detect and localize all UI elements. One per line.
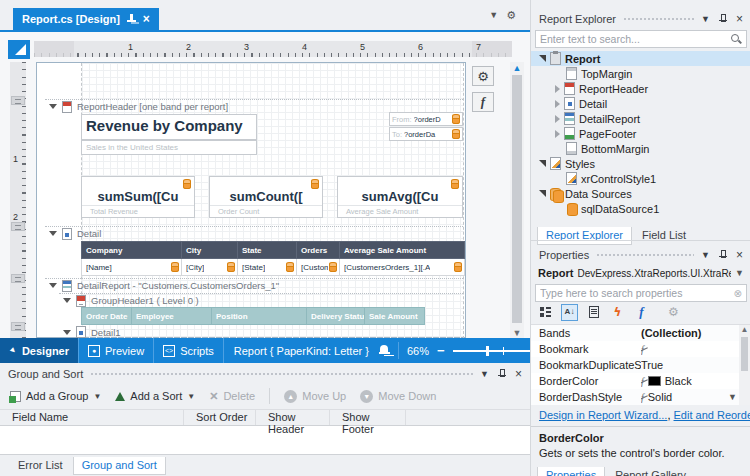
tree-item-data-sources[interactable]: Data Sources: [531, 186, 750, 201]
band-caption-detail[interactable]: Detail: [45, 226, 463, 240]
edit-and-reorder-link[interactable]: Edit and Reorder: [674, 409, 750, 421]
collapse-arrow-icon[interactable]: [555, 130, 560, 138]
property-row-bordercolor[interactable]: BorderColor fBlack: [531, 373, 750, 389]
band-splitter-handle[interactable]: [11, 322, 25, 331]
tree-item-topmargin[interactable]: TopMargin: [531, 66, 750, 81]
orders-table-header-row[interactable]: Order Date Employee Position Delivery St…: [82, 308, 425, 325]
pin-icon[interactable]: [127, 14, 136, 24]
tab-report-gallery[interactable]: Report Gallery: [607, 467, 694, 476]
chevron-down-icon[interactable]: ▼: [728, 392, 737, 402]
scroll-down-icon[interactable]: ▼: [510, 328, 524, 338]
header-cell[interactable]: City: [182, 242, 238, 259]
summary-box-total-revenue[interactable]: sumSum([Cu Total Revenue: [81, 176, 195, 218]
collapse-arrow-icon[interactable]: [49, 231, 57, 236]
summary-box-order-count[interactable]: sumCount([ Order Count: [209, 176, 323, 218]
move-down-button[interactable]: ▼ Move Down: [360, 390, 436, 403]
notifications-bell-icon[interactable]: [379, 345, 390, 356]
header-cell[interactable]: Orders: [297, 242, 340, 259]
data-cell[interactable]: [CustomersOrders_1][.A: [340, 259, 465, 276]
collapse-arrow-icon[interactable]: [63, 330, 71, 335]
designer-vertical-scrollbar[interactable]: ▲ ▼: [510, 62, 524, 338]
add-sort-button[interactable]: Add a Sort ▼: [115, 390, 195, 402]
tree-item-styles[interactable]: Styles: [531, 156, 750, 171]
expand-arrow-icon[interactable]: [539, 190, 546, 197]
property-row-bands[interactable]: Bands (Collection): [531, 325, 750, 341]
report-subtitle-label[interactable]: Sales in the United States: [81, 140, 257, 155]
tree-item-reportheader[interactable]: ReportHeader: [531, 81, 750, 96]
explorer-search-input[interactable]: [536, 33, 730, 45]
tab-error-list[interactable]: Error List: [10, 457, 71, 474]
property-pages-button[interactable]: [585, 304, 602, 321]
explorer-search-box[interactable]: [535, 30, 747, 48]
band-splitter-handle[interactable]: [11, 222, 25, 231]
summary-box-average-sale[interactable]: sumAvg([Cu Average Sale Amount: [337, 176, 463, 218]
header-cell[interactable]: Employee: [132, 308, 212, 325]
chevron-down-icon[interactable]: ▼: [701, 15, 710, 24]
column-header-sort-order[interactable]: Sort Order: [184, 410, 256, 425]
data-cell[interactable]: [City]: [182, 259, 238, 276]
band-caption-detailreport[interactable]: DetailReport - "Customers.CustomersOrder…: [45, 278, 463, 292]
report-page[interactable]: ReportHeader [one band per report] Reven…: [36, 62, 466, 338]
orders-table[interactable]: Order Date Employee Position Delivery St…: [81, 307, 425, 325]
expand-arrow-icon[interactable]: [539, 55, 546, 62]
tab-scripts[interactable]: <> Scripts: [154, 338, 224, 363]
header-cell[interactable]: Average Sale Amount: [340, 242, 465, 259]
clear-search-icon[interactable]: ⊗: [734, 288, 742, 299]
expressions-button[interactable]: f: [633, 304, 650, 321]
expressions-button[interactable]: f: [472, 92, 494, 112]
scrollbar-thumb[interactable]: [741, 337, 748, 371]
tree-item-sqldatasource1[interactable]: sqlDataSource1: [531, 201, 750, 216]
zoom-slider-thumb[interactable]: [486, 346, 489, 356]
property-row-bookmark[interactable]: Bookmark f: [531, 341, 750, 357]
scroll-up-icon[interactable]: ▲: [510, 63, 524, 73]
pin-icon[interactable]: [719, 14, 727, 25]
header-cell[interactable]: Sale Amount: [365, 308, 425, 325]
property-row-borderdashstyle[interactable]: BorderDashStyle fSolid▼: [531, 389, 750, 405]
add-group-button[interactable]: Add a Group ▼: [10, 390, 101, 402]
tree-item-xrcontrolstyle1[interactable]: xrControlStyle1: [531, 171, 750, 186]
to-date-parameter-field[interactable]: To: ?orderDa: [389, 127, 463, 141]
design-in-report-wizard-link[interactable]: Design in Report Wizard...: [539, 409, 667, 421]
band-caption-reportheader[interactable]: ReportHeader [one band per report]: [45, 99, 463, 113]
chevron-down-icon[interactable]: ▼: [735, 269, 744, 278]
tab-designer[interactable]: ► Designer: [0, 338, 79, 363]
categorized-view-button[interactable]: [537, 304, 554, 321]
chevron-down-icon[interactable]: ▼: [701, 251, 710, 260]
customers-table-header-row[interactable]: Company City State Orders Average Sale A…: [82, 242, 465, 259]
column-header-show-header[interactable]: Show Header: [256, 410, 330, 425]
gear-icon[interactable]: ⚙: [506, 10, 516, 21]
pin-icon[interactable]: [498, 369, 506, 380]
close-icon[interactable]: ×: [143, 14, 150, 24]
report-paperkind-info[interactable]: Report { PaperKind: Letter }: [224, 345, 379, 357]
collapse-arrow-icon[interactable]: [555, 85, 560, 93]
ruler-corner-button[interactable]: [8, 40, 30, 59]
close-icon[interactable]: ×: [736, 13, 743, 25]
advanced-settings-button[interactable]: ⚙: [665, 304, 682, 321]
group-sort-empty-list[interactable]: [0, 426, 530, 455]
header-cell[interactable]: Delivery Status: [307, 308, 365, 325]
zoom-out-button[interactable]: −: [437, 344, 445, 357]
page-settings-button[interactable]: ⚙: [472, 66, 494, 86]
band-splitter-handle[interactable]: [11, 96, 25, 105]
properties-scrollbar[interactable]: ▲: [739, 325, 750, 405]
tab-group-and-sort[interactable]: Group and Sort: [73, 457, 166, 475]
data-cell[interactable]: [Custome: [297, 259, 340, 276]
report-title-label[interactable]: Revenue by Company: [81, 114, 257, 140]
header-cell[interactable]: State: [238, 242, 297, 259]
data-cell[interactable]: [Name]: [82, 259, 182, 276]
delete-button[interactable]: ✕ Delete: [209, 390, 255, 403]
scrollbar-thumb[interactable]: [512, 75, 522, 323]
object-selector[interactable]: Report DevExpress.XtraReports.UI.XtraRep…: [535, 264, 747, 282]
customers-table[interactable]: Company City State Orders Average Sale A…: [81, 241, 465, 276]
tree-item-bottommargin[interactable]: BottomMargin: [531, 141, 750, 156]
collapse-arrow-icon[interactable]: [49, 104, 57, 109]
collapse-arrow-icon[interactable]: [555, 100, 560, 108]
close-icon[interactable]: ×: [515, 368, 522, 380]
tree-item-report[interactable]: Report: [531, 51, 750, 66]
tree-item-pagefooter[interactable]: PageFooter: [531, 126, 750, 141]
customers-table-data-row[interactable]: [Name] [City] [State] [Custome [Customer…: [82, 259, 465, 276]
collapse-arrow-icon[interactable]: [555, 115, 560, 123]
band-splitter-handle[interactable]: [11, 274, 25, 283]
band-caption-groupheader1[interactable]: GroupHeader1 ( Level 0 ): [59, 293, 463, 307]
properties-search-box[interactable]: ⊗: [535, 284, 747, 302]
